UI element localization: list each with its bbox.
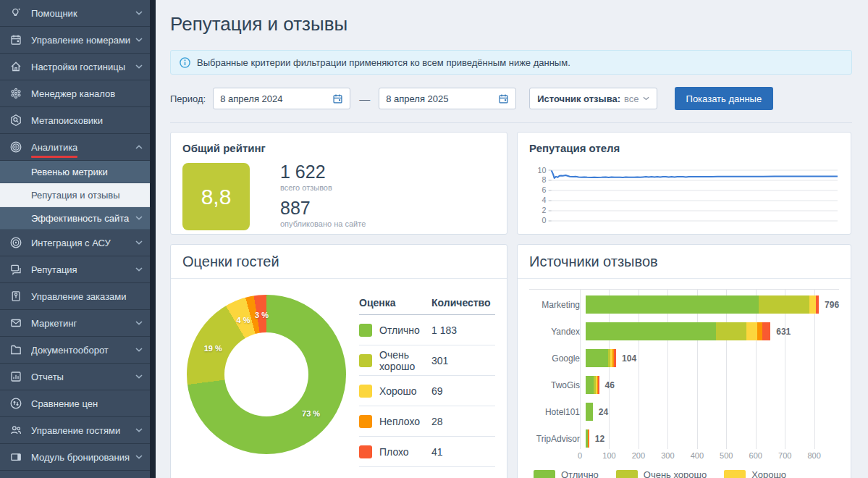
- sidebar-item-guest-management[interactable]: Управление гостями: [0, 417, 150, 444]
- svg-text:4: 4: [542, 196, 547, 205]
- gridline: [609, 290, 610, 449]
- sidebar-item-label: Интеграция с АСУ: [31, 238, 131, 248]
- svg-text:8: 8: [542, 176, 547, 185]
- bar-row: TwoGis46: [529, 376, 839, 394]
- stacked-bar: [586, 376, 599, 394]
- donut-percent-label: 3 %: [255, 311, 269, 319]
- svg-text:6: 6: [542, 186, 547, 195]
- sidebar-item-hotel-settings[interactable]: Настройки гостиницы: [0, 54, 150, 80]
- stacked-bar: [586, 349, 616, 367]
- sidebar-item-marketing[interactable]: Маркетинг: [0, 310, 150, 337]
- bar-category-label: Yandex: [529, 327, 586, 337]
- sidebar-item-reports[interactable]: Отчеты: [0, 364, 150, 390]
- guest-ratings-title: Оценки гостей: [171, 245, 507, 279]
- sidebar-item-reputation-reviews[interactable]: Репутация и отзывы: [0, 183, 150, 207]
- rating-name: Очень хорошо: [379, 349, 431, 372]
- sidebar-item-label: Управление гостями: [31, 425, 131, 436]
- sidebar-item-rooms[interactable]: Управление номерами: [0, 27, 150, 54]
- review-source-select[interactable]: Источник отзыва: все: [529, 88, 657, 109]
- chevron-down-icon: [135, 11, 143, 15]
- sidebar-item-channel-manager[interactable]: Менеджер каналов: [0, 80, 150, 107]
- date-from-input[interactable]: 8 апреля 2024: [213, 88, 350, 109]
- ratings-table-row: Отлично1 183: [359, 315, 495, 345]
- sidebar-item-asu-integration[interactable]: Интеграция с АСУ: [0, 230, 150, 256]
- ratings-table-row: Неплохо28: [359, 406, 495, 437]
- chevron-down-icon: [135, 240, 143, 245]
- sidebar-item-label: Метапоисковики: [31, 115, 143, 126]
- active-section-underline: [31, 156, 77, 158]
- published-caption: опубликовано на сайте: [280, 219, 366, 228]
- x-tick-label: 100: [602, 451, 615, 460]
- date-range-separator: —: [358, 93, 371, 105]
- stacked-bar: [586, 295, 819, 314]
- sidebar-item-order-management[interactable]: Управление заказами: [0, 283, 150, 310]
- bar-segment-Отлично: [586, 376, 594, 394]
- bar-category-label: Google: [529, 353, 586, 364]
- sidebar-item-metasearch[interactable]: Метапоисковики: [0, 107, 150, 134]
- ratings-header-count: Количество: [431, 297, 495, 309]
- sidebar-item-label: Документооборот: [31, 345, 131, 356]
- sidebar-item-document-flow[interactable]: Документооборот: [0, 337, 150, 364]
- date-to-input[interactable]: 8 апреля 2025: [379, 88, 516, 109]
- review-source-label: Источник отзыва:: [537, 93, 620, 104]
- bar-segment-Хорошо: [746, 322, 757, 340]
- gridline: [814, 290, 815, 449]
- bar-segment-Отлично: [586, 403, 593, 421]
- rating-color-chip: [359, 354, 372, 367]
- bar-row: Google104: [529, 349, 839, 367]
- chevron-down-icon: [135, 374, 143, 379]
- bar-segment-Плохо: [762, 322, 770, 340]
- review-sources-title: Источники отзывов: [518, 245, 851, 279]
- sidebar-item-site-efficiency[interactable]: Эффективность сайта: [0, 207, 150, 230]
- legend-label: Очень хорошо: [644, 469, 707, 478]
- calendar-icon[interactable]: [498, 93, 509, 104]
- sidebar-item-label: Репутация и отзывы: [31, 190, 120, 201]
- show-data-button[interactable]: Показать данные: [675, 87, 774, 110]
- calendar-icon[interactable]: [332, 93, 343, 104]
- bar-segment-Отлично: [586, 349, 608, 367]
- legend-color-chip: [534, 470, 555, 478]
- review-source-value: все: [624, 93, 639, 104]
- bar-segment-Отлично: [586, 295, 759, 314]
- analytics-icon: [9, 141, 22, 154]
- folder-icon: [9, 343, 22, 356]
- booking-icon: [9, 450, 22, 464]
- gridline: [756, 290, 757, 449]
- bar-segment-Очень хорошо: [716, 322, 746, 340]
- x-tick-label: 600: [749, 451, 762, 460]
- bar-value-label: 24: [599, 407, 608, 417]
- rating-count: 41: [431, 446, 495, 458]
- sidebar-item-booking-module[interactable]: Модуль бронирования: [0, 444, 150, 471]
- banner-text: Выбранные критерии фильтрации применяютс…: [197, 57, 570, 68]
- rating-name: Хорошо: [379, 385, 417, 397]
- x-tick-label: 0: [578, 451, 582, 460]
- metasearch-icon: [9, 114, 22, 127]
- sidebar-item-assistant[interactable]: Помощник: [0, 0, 150, 27]
- rating-label-cell: Хорошо: [359, 385, 431, 398]
- filters-bar: Период: 8 апреля 2024 — 8 апреля 2025: [170, 87, 852, 110]
- sidebar-item-revenue-metrics[interactable]: Ревенью метрики: [0, 161, 150, 183]
- sidebar-item-label: Аналитика: [31, 142, 131, 153]
- bar-value-label: 104: [622, 353, 636, 364]
- gridline: [726, 290, 727, 449]
- total-reviews-caption: всего отзывов: [280, 183, 366, 192]
- svg-text:0: 0: [542, 217, 547, 225]
- sidebar-item-label: Ревенью метрики: [31, 167, 108, 177]
- sidebar-item-label: Менеджер каналов: [31, 88, 143, 99]
- sidebar-item-label: Маркетинг: [31, 318, 131, 329]
- sidebar-item-label: Настройки гостиницы: [31, 62, 131, 72]
- sidebar-item-label: Модуль бронирования: [31, 452, 131, 463]
- ratings-header-score: Оценка: [359, 297, 431, 309]
- bar-segment-Хорошо: [809, 295, 817, 314]
- main-content: Репутация и отзывы Выбранные критерии фи…: [156, 0, 868, 478]
- bar-value-label: 796: [825, 300, 839, 310]
- chevron-down-icon: [135, 64, 143, 69]
- rating-color-chip: [359, 415, 372, 428]
- donut-hole: [224, 332, 308, 416]
- hotel-reputation-title: Репутация отеля: [529, 142, 839, 154]
- svg-text:10: 10: [538, 166, 547, 174]
- sidebar-item-analytics[interactable]: Аналитика: [0, 134, 150, 161]
- sidebar-item-reputation[interactable]: Репутация: [0, 256, 150, 283]
- sidebar-item-price-comparison[interactable]: Сравнение цен: [0, 390, 150, 417]
- filter-info-banner: Выбранные критерии фильтрации применяютс…: [170, 50, 852, 75]
